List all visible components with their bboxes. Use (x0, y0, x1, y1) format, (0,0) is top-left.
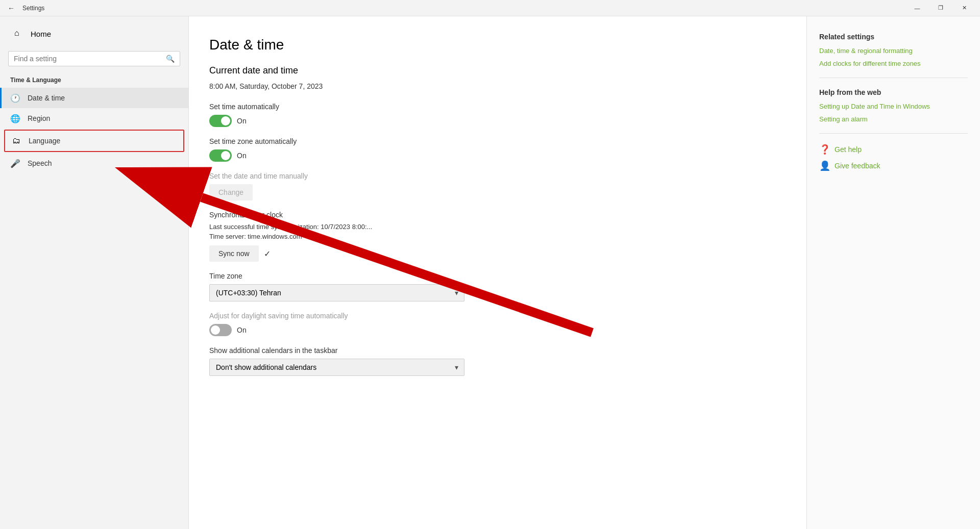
additional-select-wrapper[interactable]: Don't show additional calendars Simplifi… (209, 359, 464, 376)
feedback-row[interactable]: 👤 Give feedback (819, 160, 968, 171)
region-icon: 🌐 (10, 113, 20, 123)
sync-checkmark: ✓ (264, 249, 271, 259)
divider (819, 78, 968, 78)
sidebar-item-language[interactable]: 🗂 Language (4, 130, 184, 152)
window-controls: — ❐ ✕ (905, 0, 976, 16)
titlebar-title: Settings (22, 5, 44, 12)
set-timezone-auto-toggle-row: On (209, 149, 786, 162)
get-help-row[interactable]: ❓ Get help (819, 144, 968, 155)
daylight-section: Adjust for daylight saving time automati… (209, 312, 786, 336)
sync-now-button[interactable]: Sync now (209, 245, 259, 262)
sidebar: ⌂ Home 🔍 Time & Language 🕐 Date & time 🌐… (0, 16, 189, 529)
daylight-toggle[interactable] (209, 324, 232, 336)
set-timezone-auto-toggle[interactable] (209, 149, 232, 162)
help-from-web-title: Help from the web (819, 88, 968, 96)
sync-info-1: Last successful time synchronization: 10… (209, 223, 786, 231)
set-time-auto-toggle[interactable] (209, 115, 232, 127)
manual-set-label: Set the date and time manually (209, 172, 786, 180)
related-settings-title: Related settings (819, 33, 968, 41)
set-timezone-auto-label: Set time zone automatically (209, 137, 786, 145)
divider-2 (819, 133, 968, 134)
feedback-label: Give feedback (835, 162, 880, 170)
sync-section-label: Synchronize your clock (209, 211, 786, 219)
sidebar-item-label-language: Language (29, 137, 60, 145)
help-link-setup[interactable]: Setting up Date and Time in Windows (819, 103, 968, 110)
set-timezone-auto-row: Set time zone automatically On (209, 137, 786, 162)
additional-calendar-select[interactable]: Don't show additional calendars Simplifi… (209, 359, 464, 376)
additional-label: Show additional calendars in the taskbar (209, 346, 786, 355)
sidebar-item-label-speech: Speech (28, 159, 52, 167)
get-help-label: Get help (835, 145, 862, 154)
current-datetime: 8:00 AM, Saturday, October 7, 2023 (209, 82, 786, 90)
sync-section: Synchronize your clock Last successful t… (209, 211, 786, 262)
sidebar-item-region[interactable]: 🌐 Region (0, 108, 188, 129)
timezone-label: Time zone (209, 272, 786, 280)
speech-icon: 🎤 (10, 158, 20, 168)
change-button[interactable]: Change (209, 184, 253, 200)
daylight-value: On (237, 326, 247, 334)
related-link-clocks[interactable]: Add clocks for different time zones (819, 60, 968, 67)
timezone-select-wrapper[interactable]: (UTC+03:30) Tehran (UTC+00:00) UTC (UTC-… (209, 284, 464, 301)
daylight-label: Adjust for daylight saving time automati… (209, 312, 786, 320)
sidebar-item-label-date-time: Date & time (28, 94, 65, 102)
get-help-icon: ❓ (819, 144, 830, 155)
feedback-icon: 👤 (819, 160, 830, 171)
minimize-button[interactable]: — (905, 0, 929, 16)
set-timezone-auto-value: On (237, 152, 247, 160)
maximize-button[interactable]: ❐ (929, 0, 952, 16)
close-button[interactable]: ✕ (952, 0, 976, 16)
back-button[interactable]: ← (4, 1, 18, 15)
sidebar-section-title: Time & Language (0, 74, 188, 88)
set-time-auto-label: Set time automatically (209, 103, 786, 111)
search-box: 🔍 (8, 51, 180, 66)
content-area: Date & time Current date and time 8:00 A… (189, 16, 806, 529)
clock-icon: 🕐 (10, 93, 20, 103)
main-wrapper: ⌂ Home 🔍 Time & Language 🕐 Date & time 🌐… (0, 16, 980, 529)
related-link-regional[interactable]: Date, time & regional formatting (819, 47, 968, 55)
sidebar-item-home[interactable]: ⌂ Home (4, 24, 184, 43)
main-layout: ⌂ Home 🔍 Time & Language 🕐 Date & time 🌐… (0, 16, 980, 529)
sidebar-item-label-region: Region (28, 114, 50, 122)
search-icon: 🔍 (166, 55, 175, 63)
current-date-section-title: Current date and time (209, 65, 786, 76)
sync-info-2: Time server: time.windows.com (209, 233, 786, 240)
home-icon: ⌂ (14, 29, 24, 39)
sidebar-item-speech[interactable]: 🎤 Speech (0, 153, 188, 173)
manual-set-section: Set the date and time manually Change (209, 172, 786, 200)
sidebar-home-label: Home (31, 30, 51, 38)
set-time-auto-toggle-row: On (209, 115, 786, 127)
sidebar-item-date-time[interactable]: 🕐 Date & time (0, 88, 188, 108)
titlebar: ← Settings — ❐ ✕ (0, 0, 980, 16)
additional-calendars-section: Show additional calendars in the taskbar… (209, 346, 786, 376)
help-link-alarm[interactable]: Setting an alarm (819, 115, 968, 123)
search-input[interactable] (14, 55, 166, 63)
timezone-select[interactable]: (UTC+03:30) Tehran (UTC+00:00) UTC (UTC-… (209, 284, 464, 301)
daylight-toggle-row: On (209, 324, 786, 336)
set-time-auto-value: On (237, 117, 247, 125)
set-time-auto-row: Set time automatically On (209, 103, 786, 127)
timezone-section: Time zone (UTC+03:30) Tehran (UTC+00:00)… (209, 272, 786, 301)
right-panel: Related settings Date, time & regional f… (806, 16, 980, 529)
sync-btn-row: Sync now ✓ (209, 245, 786, 262)
language-icon: 🗂 (11, 136, 21, 146)
page-title: Date & time (209, 37, 786, 53)
